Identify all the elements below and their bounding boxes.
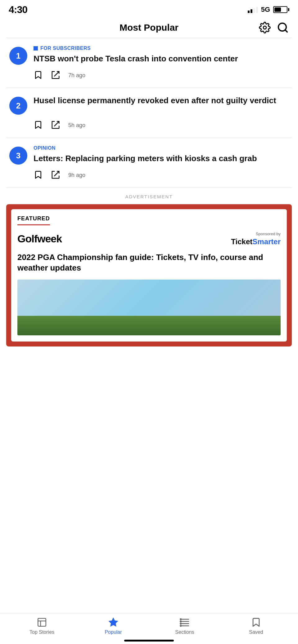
news-title-3: Letters: Replacing parking meters with k… — [34, 153, 289, 164]
battery-tip — [288, 8, 289, 11]
featured-label: FEATURED — [17, 215, 50, 225]
news-actions-1: 7h ago — [9, 70, 289, 80]
nav-label-saved: Saved — [249, 629, 263, 635]
news-content-3: OPINION Letters: Replacing parking meter… — [34, 145, 289, 164]
nav-item-sections[interactable]: Sections — [172, 617, 197, 635]
news-time-1: 7h ago — [68, 72, 85, 79]
battery-fill — [274, 7, 281, 12]
home-indicator — [124, 640, 174, 642]
news-actions-3: 9h ago — [9, 170, 289, 180]
news-content-1: FOR SUBSCRIBERS NTSB won't probe Tesla c… — [34, 46, 289, 64]
news-time-2: 5h ago — [68, 122, 85, 129]
status-time: 4:30 — [9, 4, 27, 15]
page-title: Most Popular — [120, 22, 178, 33]
settings-icon[interactable] — [259, 22, 271, 33]
saved-icon — [251, 617, 261, 628]
signal-bar-3 — [253, 8, 255, 13]
news-content-2: Husel license permanently revoked even a… — [34, 95, 289, 106]
featured-image — [17, 280, 281, 335]
status-right: 5G — [248, 6, 289, 14]
sponsored-by-label: Sponsored by — [231, 232, 281, 236]
featured-image-sky — [17, 280, 281, 316]
featured-ad-inner: FEATURED Golfweek Sponsored by TicketSma… — [11, 209, 287, 342]
featured-headline: 2022 PGA Championship fan guide: Tickets… — [17, 252, 281, 273]
svg-point-16 — [180, 623, 181, 624]
svg-line-3 — [54, 72, 59, 76]
sponsor-section: Sponsored by TicketSmarter — [231, 232, 281, 246]
news-rank-1: 1 — [9, 47, 27, 65]
ticket-smarter-logo: TicketSmarter — [231, 237, 281, 246]
news-tag-1: FOR SUBSCRIBERS — [34, 46, 289, 51]
sections-icon — [179, 617, 190, 628]
popular-icon — [108, 617, 119, 628]
svg-line-5 — [54, 171, 59, 176]
news-time-3: 9h ago — [68, 172, 85, 179]
news-title-2: Husel license permanently revoked even a… — [34, 95, 289, 106]
signal-bar-4 — [256, 7, 258, 13]
svg-point-15 — [180, 621, 181, 622]
svg-point-0 — [263, 26, 266, 29]
search-icon[interactable] — [277, 22, 289, 33]
news-rank-2: 2 — [9, 97, 27, 115]
news-item-1[interactable]: 1 FOR SUBSCRIBERS NTSB won't probe Tesla… — [0, 38, 298, 88]
header-actions — [259, 22, 289, 33]
bookmark-icon-2[interactable] — [34, 120, 43, 130]
tag-square-1 — [34, 46, 38, 51]
news-rank-3: 3 — [9, 147, 27, 165]
featured-ad-container[interactable]: FEATURED Golfweek Sponsored by TicketSma… — [6, 204, 292, 346]
bookmark-icon-3[interactable] — [34, 170, 43, 180]
featured-logos: Golfweek Sponsored by TicketSmarter — [17, 232, 281, 246]
network-type: 5G — [261, 6, 270, 14]
top-stories-icon — [37, 617, 47, 628]
svg-line-2 — [285, 30, 287, 32]
ticket-text: Ticket — [231, 237, 252, 246]
nav-label-popular: Popular — [105, 629, 122, 635]
svg-marker-9 — [109, 618, 118, 626]
featured-image-ground — [17, 316, 281, 335]
news-item-top-3: 3 OPINION Letters: Replacing parking met… — [9, 145, 289, 165]
svg-point-17 — [180, 625, 181, 626]
nav-item-saved[interactable]: Saved — [244, 617, 269, 635]
news-item-2[interactable]: 2 Husel license permanently revoked even… — [0, 88, 298, 138]
share-icon-3[interactable] — [51, 170, 61, 180]
share-icon-1[interactable] — [51, 70, 61, 80]
bottom-spacer — [0, 346, 298, 384]
news-item-top-1: 1 FOR SUBSCRIBERS NTSB won't probe Tesla… — [9, 46, 289, 65]
bookmark-icon-1[interactable] — [34, 70, 43, 80]
battery-indicator — [273, 6, 289, 13]
share-icon-2[interactable] — [51, 120, 61, 130]
news-item-3[interactable]: 3 OPINION Letters: Replacing parking met… — [0, 138, 298, 187]
ad-label: ADVERTISEMENT — [0, 188, 298, 204]
news-item-top-2: 2 Husel license permanently revoked even… — [9, 95, 289, 115]
smarter-text: Smarter — [252, 237, 281, 246]
svg-point-14 — [180, 619, 181, 620]
signal-bars — [248, 6, 258, 13]
news-tag-3: OPINION — [34, 145, 289, 151]
nav-label-sections: Sections — [175, 629, 194, 635]
svg-rect-6 — [38, 618, 46, 626]
nav-item-popular[interactable]: Popular — [101, 617, 126, 635]
news-actions-2: 5h ago — [9, 120, 289, 130]
status-bar: 4:30 5G — [0, 0, 298, 17]
bottom-nav: Top Stories Popular Sections — [0, 613, 298, 644]
golfweek-logo: Golfweek — [17, 233, 62, 245]
signal-bar-2 — [251, 9, 252, 13]
nav-label-top-stories: Top Stories — [29, 629, 54, 635]
page-header: Most Popular — [0, 17, 298, 38]
news-title-1: NTSB won't probe Tesla crash into conven… — [34, 54, 289, 64]
svg-line-4 — [54, 121, 59, 126]
battery-body — [273, 6, 287, 13]
signal-bar-1 — [248, 11, 250, 13]
nav-item-top-stories[interactable]: Top Stories — [29, 617, 54, 635]
